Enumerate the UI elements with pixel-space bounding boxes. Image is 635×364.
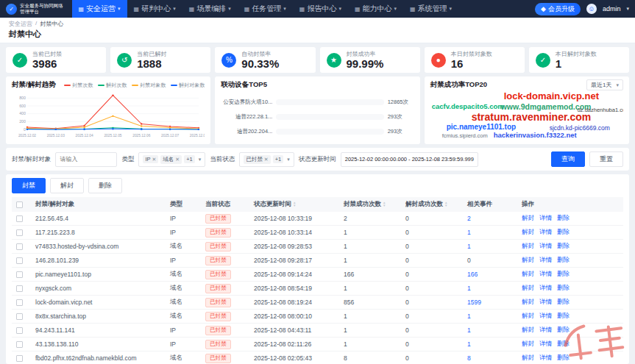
row-checkbox[interactable]: [16, 229, 23, 236]
related-events-link[interactable]: 1: [467, 229, 471, 236]
breadcrumb-parent[interactable]: 安全运营: [9, 20, 32, 28]
row-op-link[interactable]: 解封: [522, 354, 534, 361]
sort-icon[interactable]: ▲▼: [293, 201, 296, 207]
row-op-link[interactable]: 详情: [539, 270, 552, 277]
row-op-link[interactable]: 解封: [522, 228, 534, 235]
wordcloud-word[interactable]: fcmius.sipierd.com: [442, 133, 488, 139]
related-events-link[interactable]: 1: [467, 326, 471, 334]
row-op-link[interactable]: 详情: [539, 242, 552, 249]
row-op-link[interactable]: 详情: [539, 256, 552, 263]
chevron-down-icon[interactable]: ▾: [626, 6, 629, 12]
row-op-link[interactable]: 解封: [522, 270, 534, 277]
nav-menu-item-6[interactable]: ▦ 系统管理 ▾: [403, 0, 458, 18]
related-events-link[interactable]: 1599: [467, 299, 481, 306]
nav-menu-item-3[interactable]: ▦ 任务管理 ▾: [238, 0, 293, 18]
column-header[interactable]: 相关事件: [463, 197, 517, 212]
row-op-link[interactable]: 详情: [539, 228, 552, 235]
sort-icon[interactable]: ▲▼: [383, 201, 386, 207]
row-op-link[interactable]: 解封: [522, 298, 534, 305]
row-checkbox[interactable]: [16, 257, 23, 264]
wordcloud-word[interactable]: pic.nameye1101.top: [447, 124, 517, 131]
nav-menu-item-5[interactable]: ▦ 能力中心 ▾: [348, 0, 403, 18]
related-events-link[interactable]: 8: [467, 354, 471, 362]
related-events-link[interactable]: 1: [467, 243, 471, 250]
row-checkbox[interactable]: [16, 313, 23, 320]
row-op-link[interactable]: 解封: [522, 256, 534, 263]
nav-menu-item-2[interactable]: ▦ 场景编排 ▾: [182, 0, 238, 18]
row-op-link[interactable]: 删除: [557, 270, 570, 277]
delete-button[interactable]: 删除: [88, 178, 122, 193]
row-op-link[interactable]: 详情: [539, 354, 552, 361]
row-op-link[interactable]: 删除: [557, 284, 570, 291]
row-checkbox[interactable]: [16, 299, 23, 306]
column-header[interactable]: 状态更新时间▲▼: [249, 197, 339, 212]
column-header[interactable]: 封禁/解封对象: [31, 197, 166, 212]
search-button[interactable]: 查询: [551, 151, 585, 167]
column-header[interactable]: 当前状态: [201, 197, 249, 212]
row-op-link[interactable]: 解封: [522, 242, 534, 249]
nav-menu-item-1[interactable]: ▦ 研判中心 ▾: [127, 0, 182, 18]
wordcloud-word[interactable]: hackerinvasion.f3322.net: [494, 132, 577, 139]
related-events-link[interactable]: 1: [467, 340, 471, 348]
type-multiselect[interactable]: IP ✕ 域名 ✕ +1▾: [138, 152, 205, 167]
object-search-input[interactable]: [55, 152, 117, 167]
row-op-link[interactable]: 详情: [539, 340, 552, 347]
row-op-link[interactable]: 解封: [522, 284, 534, 291]
row-op-link[interactable]: 详情: [539, 214, 552, 221]
row-checkbox[interactable]: [16, 271, 23, 278]
close-icon[interactable]: ✕: [175, 157, 180, 163]
row-op-link[interactable]: 删除: [557, 354, 570, 361]
row-op-link[interactable]: 详情: [539, 312, 552, 319]
reset-button[interactable]: 重置: [589, 151, 623, 167]
row-op-link[interactable]: 删除: [557, 340, 570, 347]
column-header[interactable]: 操作: [517, 197, 623, 212]
row-checkbox[interactable]: [16, 327, 23, 334]
time-range-picker[interactable]: 2025-12-02 00:00:00.000 - 2025-12-08 23:…: [341, 152, 478, 167]
nav-menu-item-0[interactable]: ▦ 安全运营 ▾: [72, 0, 127, 18]
upgrade-button[interactable]: ◆ 会员升级: [535, 3, 581, 15]
nav-menu-item-4[interactable]: ▦ 报告中心 ▾: [293, 0, 348, 18]
row-checkbox[interactable]: [16, 285, 23, 292]
select-all-header[interactable]: [12, 197, 31, 212]
avatar[interactable]: ☺: [586, 4, 597, 14]
row-op-link[interactable]: 删除: [557, 326, 570, 333]
column-header[interactable]: 类型: [166, 197, 201, 212]
row-checkbox[interactable]: [16, 355, 23, 362]
row-checkbox[interactable]: [16, 243, 23, 250]
wordcloud-word[interactable]: stratum.ravenminer.com: [472, 112, 592, 122]
wordcloud-word[interactable]: lock-domain.vicp.net: [504, 91, 599, 101]
related-events-link[interactable]: 1: [467, 313, 471, 320]
row-op-link[interactable]: 删除: [557, 256, 570, 263]
close-icon[interactable]: ✕: [264, 157, 269, 163]
row-op-link[interactable]: 详情: [539, 326, 552, 333]
row-op-link[interactable]: 删除: [557, 228, 570, 235]
status-multiselect[interactable]: 已封禁 ✕ +1▾: [239, 152, 294, 167]
sort-icon[interactable]: ▲▼: [444, 201, 447, 207]
related-events-link[interactable]: 1: [467, 285, 471, 292]
select-all-checkbox[interactable]: [16, 201, 23, 208]
table-row: 212.56.45.4 IP 已封禁 2025-12-08 10:33:19 2…: [12, 212, 623, 226]
row-op-link[interactable]: 解封: [522, 340, 534, 347]
row-op-link[interactable]: 解封: [522, 326, 534, 333]
related-events-link[interactable]: 166: [467, 271, 478, 278]
row-op-link[interactable]: 删除: [557, 242, 570, 249]
row-op-link[interactable]: 详情: [539, 298, 552, 305]
row-checkbox[interactable]: [16, 215, 23, 222]
ban-button[interactable]: 封禁: [12, 178, 46, 193]
row-op-link[interactable]: 删除: [557, 298, 570, 305]
column-header[interactable]: 解封成功次数▲▼: [401, 197, 463, 212]
unban-button[interactable]: 解封: [50, 178, 84, 193]
related-events-link[interactable]: 2: [467, 215, 471, 222]
row-op-link[interactable]: 详情: [539, 284, 552, 291]
menu-grid-icon: ▦: [410, 6, 416, 13]
row-op-link[interactable]: 解封: [522, 312, 534, 319]
ban-success-count: 1: [339, 338, 401, 351]
row-op-link[interactable]: 删除: [557, 214, 570, 221]
row-checkbox[interactable]: [16, 341, 23, 348]
column-header[interactable]: 封禁成功次数▲▼: [339, 197, 401, 212]
time-range-select[interactable]: 最近1天 ▾: [586, 79, 623, 90]
close-icon[interactable]: ✕: [152, 157, 156, 163]
row-op-link[interactable]: 解封: [522, 214, 534, 221]
wordcloud-word[interactable]: cacfv.despacito5.com: [432, 103, 504, 110]
row-op-link[interactable]: 删除: [557, 312, 570, 319]
